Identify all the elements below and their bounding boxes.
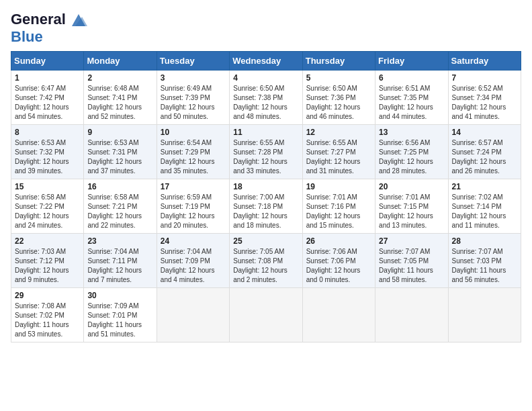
day-number: 9: [87, 128, 152, 137]
calendar-cell: 26 Sunrise: 7:06 AM Sunset: 7:06 PM Dayl…: [302, 234, 375, 288]
day-info: Sunrise: 7:09 AM Sunset: 7:01 PM Dayligh…: [87, 302, 152, 339]
day-number: 20: [379, 182, 444, 191]
day-number: 16: [87, 182, 152, 191]
calendar-cell: 23 Sunrise: 7:04 AM Sunset: 7:11 PM Dayl…: [84, 234, 157, 288]
calendar-cell: 12 Sunrise: 6:55 AM Sunset: 7:27 PM Dayl…: [302, 125, 375, 179]
day-number: 24: [161, 236, 226, 246]
day-info: Sunrise: 6:56 AM Sunset: 7:25 PM Dayligh…: [379, 138, 444, 176]
day-info: Sunrise: 7:05 AM Sunset: 7:08 PM Dayligh…: [233, 247, 298, 285]
day-info: Sunrise: 7:01 AM Sunset: 7:16 PM Dayligh…: [306, 193, 371, 230]
calendar-cell: 17 Sunrise: 6:59 AM Sunset: 7:19 PM Dayl…: [157, 179, 229, 234]
calendar-cell: 5 Sunrise: 6:50 AM Sunset: 7:36 PM Dayli…: [302, 71, 375, 125]
calendar-cell: 18 Sunrise: 7:00 AM Sunset: 7:18 PM Dayl…: [230, 179, 302, 234]
day-info: Sunrise: 7:04 AM Sunset: 7:09 PM Dayligh…: [161, 247, 226, 285]
day-info: Sunrise: 6:57 AM Sunset: 7:24 PM Dayligh…: [452, 138, 517, 176]
calendar-cell: 28 Sunrise: 7:07 AM Sunset: 7:03 PM Dayl…: [448, 234, 521, 288]
weekday-header-sunday: Sunday: [11, 52, 84, 71]
calendar-cell: 9 Sunrise: 6:53 AM Sunset: 7:31 PM Dayli…: [84, 125, 157, 179]
day-number: 26: [306, 236, 371, 246]
day-number: 8: [15, 128, 80, 137]
day-info: Sunrise: 6:55 AM Sunset: 7:28 PM Dayligh…: [233, 138, 298, 176]
calendar-cell: 8 Sunrise: 6:53 AM Sunset: 7:32 PM Dayli…: [11, 125, 84, 179]
calendar-cell: 6 Sunrise: 6:51 AM Sunset: 7:35 PM Dayli…: [375, 71, 448, 125]
day-number: 27: [379, 236, 444, 246]
day-info: Sunrise: 6:47 AM Sunset: 7:42 PM Dayligh…: [15, 84, 80, 122]
logo-blue-text: Blue: [11, 28, 43, 45]
day-info: Sunrise: 7:01 AM Sunset: 7:15 PM Dayligh…: [379, 193, 444, 230]
calendar-cell: 7 Sunrise: 6:52 AM Sunset: 7:34 PM Dayli…: [448, 71, 521, 125]
calendar-cell: 29 Sunrise: 7:08 AM Sunset: 7:02 PM Dayl…: [11, 288, 84, 342]
weekday-header-tuesday: Tuesday: [157, 52, 229, 71]
calendar-body: 1 Sunrise: 6:47 AM Sunset: 7:42 PM Dayli…: [11, 71, 521, 342]
weekday-header-wednesday: Wednesday: [230, 52, 302, 71]
day-info: Sunrise: 6:48 AM Sunset: 7:41 PM Dayligh…: [87, 84, 152, 122]
calendar-cell: [230, 288, 302, 342]
calendar-week-1: 1 Sunrise: 6:47 AM Sunset: 7:42 PM Dayli…: [11, 71, 521, 125]
day-info: Sunrise: 7:07 AM Sunset: 7:05 PM Dayligh…: [379, 247, 444, 285]
day-info: Sunrise: 7:06 AM Sunset: 7:06 PM Dayligh…: [306, 247, 371, 285]
day-info: Sunrise: 6:58 AM Sunset: 7:21 PM Dayligh…: [87, 193, 152, 230]
day-number: 30: [87, 291, 152, 300]
day-number: 18: [233, 182, 298, 191]
logo-general-text: General: [11, 11, 66, 28]
day-number: 17: [161, 182, 226, 191]
weekday-header-monday: Monday: [84, 52, 157, 71]
calendar-cell: 3 Sunrise: 6:49 AM Sunset: 7:39 PM Dayli…: [157, 71, 229, 125]
calendar-cell: 1 Sunrise: 6:47 AM Sunset: 7:42 PM Dayli…: [11, 71, 84, 125]
day-number: 1: [15, 73, 80, 83]
calendar-cell: [448, 288, 521, 342]
day-info: Sunrise: 7:03 AM Sunset: 7:12 PM Dayligh…: [15, 247, 80, 285]
day-number: 3: [161, 73, 226, 83]
calendar-header-row: SundayMondayTuesdayWednesdayThursdayFrid…: [11, 52, 521, 71]
day-info: Sunrise: 6:59 AM Sunset: 7:19 PM Dayligh…: [161, 193, 226, 230]
calendar-cell: 13 Sunrise: 6:56 AM Sunset: 7:25 PM Dayl…: [375, 125, 448, 179]
day-number: 28: [452, 236, 517, 246]
day-number: 29: [15, 291, 80, 300]
day-info: Sunrise: 7:04 AM Sunset: 7:11 PM Dayligh…: [87, 247, 152, 285]
day-info: Sunrise: 7:00 AM Sunset: 7:18 PM Dayligh…: [233, 193, 298, 230]
day-info: Sunrise: 6:53 AM Sunset: 7:31 PM Dayligh…: [87, 138, 152, 176]
calendar-cell: 4 Sunrise: 6:50 AM Sunset: 7:38 PM Dayli…: [230, 71, 302, 125]
calendar-cell: 15 Sunrise: 6:58 AM Sunset: 7:22 PM Dayl…: [11, 179, 84, 234]
day-number: 22: [15, 236, 80, 246]
weekday-header-friday: Friday: [375, 52, 448, 71]
calendar-cell: 22 Sunrise: 7:03 AM Sunset: 7:12 PM Dayl…: [11, 234, 84, 288]
day-info: Sunrise: 6:55 AM Sunset: 7:27 PM Dayligh…: [306, 138, 371, 176]
calendar-cell: [157, 288, 229, 342]
calendar-week-4: 22 Sunrise: 7:03 AM Sunset: 7:12 PM Dayl…: [11, 234, 521, 288]
calendar-week-3: 15 Sunrise: 6:58 AM Sunset: 7:22 PM Dayl…: [11, 179, 521, 234]
day-number: 25: [233, 236, 298, 246]
day-number: 23: [87, 236, 152, 246]
day-number: 10: [161, 128, 226, 137]
logo: General Blue: [11, 11, 89, 46]
page-header: General Blue: [11, 11, 521, 46]
day-number: 19: [306, 182, 371, 191]
day-info: Sunrise: 7:08 AM Sunset: 7:02 PM Dayligh…: [15, 302, 80, 339]
calendar-week-2: 8 Sunrise: 6:53 AM Sunset: 7:32 PM Dayli…: [11, 125, 521, 179]
calendar-cell: 19 Sunrise: 7:01 AM Sunset: 7:16 PM Dayl…: [302, 179, 375, 234]
day-info: Sunrise: 6:51 AM Sunset: 7:35 PM Dayligh…: [379, 84, 444, 122]
calendar-cell: 25 Sunrise: 7:05 AM Sunset: 7:08 PM Dayl…: [230, 234, 302, 288]
calendar-cell: 30 Sunrise: 7:09 AM Sunset: 7:01 PM Dayl…: [84, 288, 157, 342]
calendar-cell: 16 Sunrise: 6:58 AM Sunset: 7:21 PM Dayl…: [84, 179, 157, 234]
day-number: 15: [15, 182, 80, 191]
day-info: Sunrise: 6:50 AM Sunset: 7:36 PM Dayligh…: [306, 84, 371, 122]
day-info: Sunrise: 6:58 AM Sunset: 7:22 PM Dayligh…: [15, 193, 80, 230]
day-number: 6: [379, 73, 444, 83]
day-info: Sunrise: 7:07 AM Sunset: 7:03 PM Dayligh…: [452, 247, 517, 285]
calendar-table: SundayMondayTuesdayWednesdayThursdayFrid…: [11, 51, 521, 342]
day-info: Sunrise: 6:54 AM Sunset: 7:29 PM Dayligh…: [161, 138, 226, 176]
calendar-cell: [375, 288, 448, 342]
day-number: 21: [452, 182, 517, 191]
day-info: Sunrise: 6:50 AM Sunset: 7:38 PM Dayligh…: [233, 84, 298, 122]
day-number: 13: [379, 128, 444, 137]
weekday-header-saturday: Saturday: [448, 52, 521, 71]
calendar-cell: 21 Sunrise: 7:02 AM Sunset: 7:14 PM Dayl…: [448, 179, 521, 234]
calendar-week-5: 29 Sunrise: 7:08 AM Sunset: 7:02 PM Dayl…: [11, 288, 521, 342]
day-number: 4: [233, 73, 298, 83]
day-number: 12: [306, 128, 371, 137]
day-number: 7: [452, 73, 517, 83]
day-info: Sunrise: 7:02 AM Sunset: 7:14 PM Dayligh…: [452, 193, 517, 230]
calendar-cell: 24 Sunrise: 7:04 AM Sunset: 7:09 PM Dayl…: [157, 234, 229, 288]
calendar-cell: 14 Sunrise: 6:57 AM Sunset: 7:24 PM Dayl…: [448, 125, 521, 179]
